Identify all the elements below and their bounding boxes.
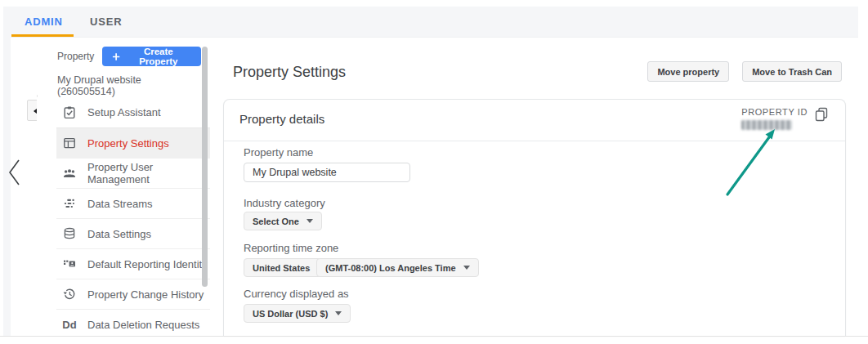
property-id-label: PROPERTY ID (741, 107, 808, 117)
sidebar-item-property-settings[interactable]: Property Settings (56, 127, 210, 158)
industry-category-dropdown[interactable]: Select One (244, 212, 322, 230)
ga-admin-page: ADMIN USER Property Create Property My D… (0, 0, 868, 344)
tab-user[interactable]: USER (90, 7, 122, 37)
property-name-input[interactable] (244, 163, 410, 182)
collapse-panel-chevron-icon[interactable] (7, 158, 23, 187)
sidebar-item-label: Data Streams (87, 198, 152, 210)
active-tab-underline (11, 34, 74, 37)
sidebar-item-label: Default Reporting Identity (87, 258, 208, 270)
move-to-trash-button[interactable]: Move to Trash Can (742, 61, 842, 82)
industry-category-value: Select One (253, 217, 299, 226)
copy-property-id-button[interactable] (812, 106, 830, 124)
card-header: Property details PROPERTY ID (224, 100, 845, 141)
property-selector-label: Property (57, 51, 94, 62)
card-title: Property details (239, 112, 324, 126)
property-id-redacted-value (741, 120, 792, 130)
page-bottom-border (0, 336, 868, 337)
property-name-label: Property name (244, 146, 313, 159)
sidebar-item-default-reporting-identity[interactable]: Default Reporting Identity (56, 248, 210, 279)
property-id-block: PROPERTY ID (741, 107, 808, 130)
time-zone-value: (GMT-08:00) Los Angeles Time (325, 263, 456, 273)
currency-value: US Dollar (USD $) (253, 309, 328, 319)
sidebar-item-data-deletion-requests[interactable]: Dd Data Deletion Requests (56, 309, 210, 337)
default-reporting-identity-icon (62, 257, 77, 271)
tab-admin[interactable]: ADMIN (25, 7, 63, 37)
chevron-down-icon (463, 266, 470, 270)
data-streams-icon (62, 196, 77, 211)
chevron-down-icon (335, 311, 342, 315)
copy-icon (813, 106, 830, 123)
create-property-button[interactable]: Create Property (102, 47, 201, 66)
sidebar-scrollbar[interactable] (202, 47, 208, 287)
move-property-button[interactable]: Move property (647, 61, 729, 82)
tab-bar: ADMIN USER (3, 7, 858, 38)
currency-label: Currency displayed as (244, 288, 349, 300)
property-settings-icon (62, 136, 77, 150)
create-property-label: Create Property (126, 47, 191, 66)
currency-dropdown[interactable]: US Dollar (USD $) (244, 304, 351, 323)
sidebar-item-property-user-management[interactable]: Property User Management (56, 158, 210, 188)
sidebar-item-label: Property Settings (87, 137, 169, 150)
plus-icon (112, 52, 120, 61)
setup-assistant-icon (62, 105, 77, 120)
page-title: Property Settings (233, 64, 346, 81)
time-zone-dropdown[interactable]: (GMT-08:00) Los Angeles Time (316, 258, 479, 277)
industry-category-label: Industry category (244, 197, 325, 209)
property-user-management-icon (62, 166, 77, 181)
sidebar-item-setup-assistant[interactable]: Setup Assistant (56, 97, 210, 127)
header-actions: Move property Move to Trash Can (647, 61, 842, 82)
reporting-time-zone-label: Reporting time zone (244, 242, 338, 254)
data-deletion-requests-icon: Dd (62, 319, 77, 331)
property-details-card: Property details PROPERTY ID Property na… (223, 99, 846, 336)
sidebar-item-data-streams[interactable]: Data Streams (56, 188, 210, 218)
sidebar-item-property-change-history[interactable]: Property Change History (56, 279, 210, 309)
property-selector: Property Create Property My Drupal websi… (57, 47, 201, 105)
sidebar-item-label: Data Deletion Requests (87, 319, 199, 331)
chevron-down-icon (306, 219, 313, 223)
sidebar-item-label: Data Settings (87, 228, 151, 240)
sidebar-item-label: Property User Management (87, 161, 210, 185)
sidebar-item-label: Setup Assistant (87, 106, 161, 118)
data-settings-icon (62, 226, 77, 241)
sidebar-item-data-settings[interactable]: Data Settings (56, 218, 210, 248)
property-nav: Setup Assistant Property Settings Proper… (37, 97, 210, 337)
property-change-history-icon (62, 287, 77, 302)
sidebar-item-label: Property Change History (87, 288, 204, 301)
time-zone-country-value: United States (253, 263, 310, 273)
